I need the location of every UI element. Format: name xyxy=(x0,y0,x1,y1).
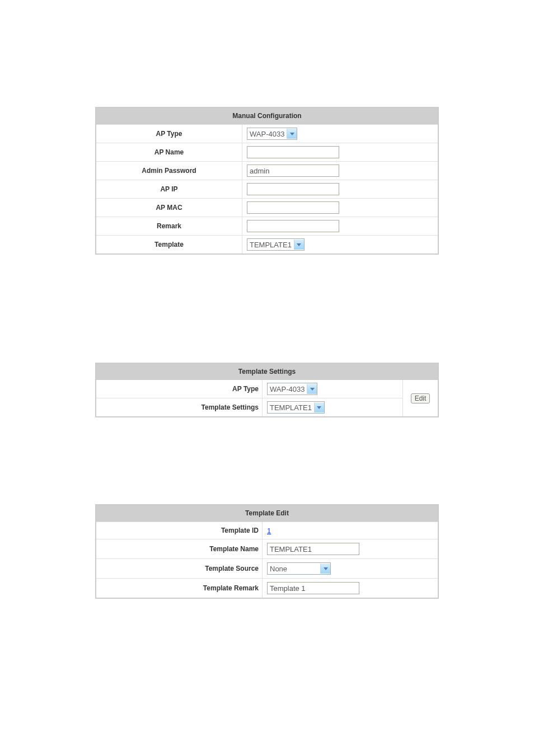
template-edit-panel: Template Edit Template ID 1 Template Nam… xyxy=(95,504,439,599)
ts-ap-type-select-value: WAP-4033 xyxy=(270,385,307,393)
ap-name-label: AP Name xyxy=(96,143,242,161)
ts-ap-type-label: AP Type xyxy=(96,380,263,398)
ts-template-settings-label: Template Settings xyxy=(96,398,263,416)
template-name-input[interactable] xyxy=(267,543,359,555)
template-label: Template xyxy=(96,236,242,253)
remark-label: Remark xyxy=(96,217,242,235)
template-remark-input[interactable] xyxy=(267,582,359,594)
chevron-down-icon xyxy=(307,384,317,394)
ap-ip-input[interactable] xyxy=(247,183,339,195)
ts-template-settings-select-value: TEMPLATE1 xyxy=(270,403,314,412)
chevron-down-icon xyxy=(320,564,330,574)
ap-name-input[interactable] xyxy=(247,146,339,158)
manual-configuration-title: Manual Configuration xyxy=(96,108,438,124)
remark-input[interactable] xyxy=(247,220,339,232)
template-id-label: Template ID xyxy=(96,522,263,539)
template-remark-label: Template Remark xyxy=(96,579,263,598)
admin-password-label: Admin Password xyxy=(96,162,242,180)
edit-button[interactable]: Edit xyxy=(411,393,430,403)
chevron-down-icon xyxy=(287,129,297,139)
template-edit-title: Template Edit xyxy=(96,505,438,522)
chevron-down-icon xyxy=(294,240,304,250)
template-source-select[interactable]: None xyxy=(267,562,331,575)
ap-mac-input[interactable] xyxy=(247,201,339,214)
template-name-label: Template Name xyxy=(96,539,263,558)
ap-type-select[interactable]: WAP-4033 xyxy=(247,128,297,140)
chevron-down-icon xyxy=(314,402,324,412)
ap-type-label: AP Type xyxy=(96,125,242,143)
ts-template-settings-select[interactable]: TEMPLATE1 xyxy=(267,401,325,414)
ts-ap-type-select[interactable]: WAP-4033 xyxy=(267,383,317,395)
template-source-label: Template Source xyxy=(96,559,263,578)
manual-configuration-panel: Manual Configuration AP Type WAP-4033 AP… xyxy=(95,107,439,255)
template-select-value: TEMPLATE1 xyxy=(250,241,294,249)
template-settings-panel: Template Settings AP Type WAP-4033 Templ… xyxy=(95,363,439,417)
template-source-select-value: None xyxy=(270,565,320,573)
ap-type-select-value: WAP-4033 xyxy=(250,130,287,138)
template-select[interactable]: TEMPLATE1 xyxy=(247,238,305,251)
admin-password-input[interactable] xyxy=(247,165,339,177)
ap-mac-label: AP MAC xyxy=(96,199,242,217)
template-id-link[interactable]: 1 xyxy=(267,527,271,535)
ap-ip-label: AP IP xyxy=(96,180,242,198)
template-settings-title: Template Settings xyxy=(96,364,438,380)
